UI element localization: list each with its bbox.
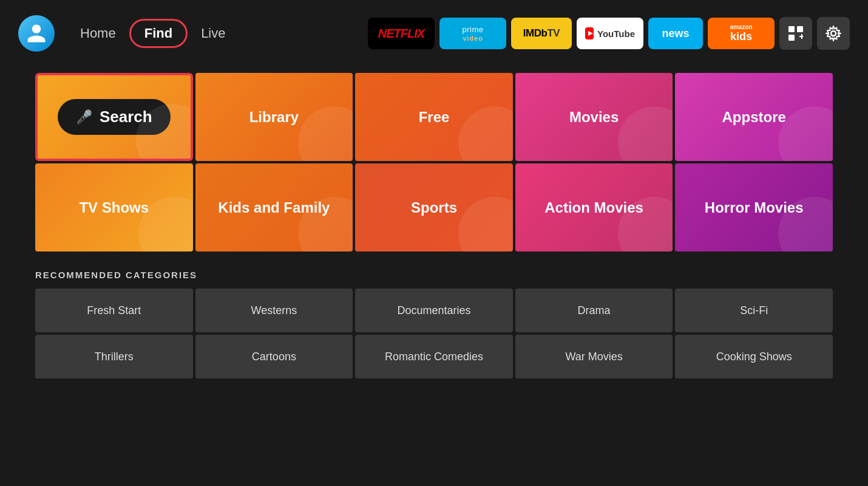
action-movies-cell[interactable]: Action Movies	[515, 163, 673, 252]
imdb-tile[interactable]: IMDbTV	[511, 18, 572, 49]
free-cell[interactable]: Free	[355, 73, 513, 161]
amazon-kids-tile[interactable]: amazon kids	[708, 18, 775, 49]
horror-movies-label: Horror Movies	[705, 199, 804, 216]
kids-and-family-cell[interactable]: Kids and Family	[195, 163, 353, 252]
svg-point-6	[831, 31, 836, 36]
rec-thrillers[interactable]: Thrillers	[35, 335, 193, 378]
service-icons: NETFLIX prime video IMDbTV YouTube news …	[368, 17, 850, 50]
svg-rect-2	[797, 26, 803, 32]
youtube-label: YouTube	[597, 29, 635, 39]
rec-scifi[interactable]: Sci-Fi	[675, 289, 833, 332]
search-cell[interactable]: 🎤 Search	[35, 73, 193, 161]
appstore-label: Appstore	[722, 109, 786, 126]
rec-cartoons-label: Cartoons	[252, 351, 296, 363]
rec-drama[interactable]: Drama	[515, 289, 673, 332]
category-grid: 🎤 Search Library Free Movies Appstore TV…	[35, 73, 833, 252]
rec-war-movies[interactable]: War Movies	[515, 335, 673, 378]
youtube-tile[interactable]: YouTube	[577, 18, 643, 49]
netflix-label: NETFLIX	[378, 27, 424, 41]
appstore-cell[interactable]: Appstore	[675, 73, 833, 161]
news-label: news	[662, 27, 689, 40]
movies-cell[interactable]: Movies	[515, 73, 673, 161]
library-label: Library	[249, 109, 299, 126]
avatar[interactable]	[18, 15, 55, 52]
navbar: Home Find Live NETFLIX prime video IMDbT…	[0, 0, 868, 67]
user-icon	[25, 22, 47, 44]
prime-label-bot: video	[463, 35, 483, 42]
main-content: 🎤 Search Library Free Movies Appstore TV…	[0, 67, 868, 378]
news-tile[interactable]: news	[648, 18, 703, 49]
yt-play-icon	[585, 30, 594, 36]
nav-find[interactable]: Find	[129, 19, 188, 48]
horror-movies-cell[interactable]: Horror Movies	[675, 163, 833, 252]
svg-rect-3	[788, 35, 795, 41]
rec-thrillers-label: Thrillers	[95, 351, 134, 363]
rec-scifi-label: Sci-Fi	[740, 304, 768, 317]
rec-westerns-label: Westerns	[251, 304, 297, 317]
netflix-tile[interactable]: NETFLIX	[368, 18, 435, 49]
recommended-title: RECOMMENDED CATEGORIES	[35, 270, 833, 280]
rec-cooking-shows-label: Cooking Shows	[716, 351, 792, 363]
rec-documentaries[interactable]: Documentaries	[355, 289, 513, 332]
movies-label: Movies	[569, 109, 619, 126]
rec-documentaries-label: Documentaries	[397, 304, 470, 317]
rec-fresh-start[interactable]: Fresh Start	[35, 289, 193, 332]
rec-fresh-start-label: Fresh Start	[87, 304, 141, 317]
tvshows-label: TV Shows	[79, 199, 149, 216]
rec-cooking-shows[interactable]: Cooking Shows	[675, 335, 833, 378]
rec-romantic-comedies[interactable]: Romantic Comedies	[355, 335, 513, 378]
kids-main-label: kids	[730, 30, 752, 43]
sports-cell[interactable]: Sports	[355, 163, 513, 252]
nav-home[interactable]: Home	[67, 21, 129, 46]
rec-drama-label: Drama	[578, 304, 611, 317]
nav-live[interactable]: Live	[188, 21, 239, 46]
recommended-section: RECOMMENDED CATEGORIES Fresh Start Weste…	[35, 270, 833, 378]
svg-rect-1	[788, 26, 795, 32]
imdb-label: IMDbTV	[523, 27, 560, 39]
rec-romantic-comedies-label: Romantic Comedies	[385, 351, 483, 363]
youtube-icon	[585, 27, 594, 39]
recommended-grid: Fresh Start Westerns Documentaries Drama…	[35, 289, 833, 378]
settings-icon	[825, 25, 842, 42]
search-button[interactable]: 🎤 Search	[58, 99, 171, 135]
rec-cartoons[interactable]: Cartoons	[195, 335, 353, 378]
kids-and-family-label: Kids and Family	[218, 199, 330, 216]
tvshows-cell[interactable]: TV Shows	[35, 163, 193, 252]
search-label: Search	[100, 108, 152, 126]
prime-video-tile[interactable]: prime video	[439, 18, 506, 49]
free-label: Free	[419, 109, 450, 126]
nav-links: Home Find Live	[67, 19, 239, 48]
svg-rect-5	[801, 34, 802, 39]
grid-icon	[787, 25, 804, 42]
grid-icon-button[interactable]	[779, 17, 812, 50]
settings-button[interactable]	[817, 17, 850, 50]
rec-westerns[interactable]: Westerns	[195, 289, 353, 332]
mic-icon: 🎤	[76, 109, 92, 125]
kids-amazon-label: amazon	[730, 24, 752, 30]
svg-marker-0	[588, 31, 593, 36]
prime-label-top: prime	[462, 25, 483, 34]
library-cell[interactable]: Library	[195, 73, 353, 161]
sports-label: Sports	[411, 199, 457, 216]
action-movies-label: Action Movies	[544, 199, 643, 216]
rec-war-movies-label: War Movies	[565, 351, 622, 363]
